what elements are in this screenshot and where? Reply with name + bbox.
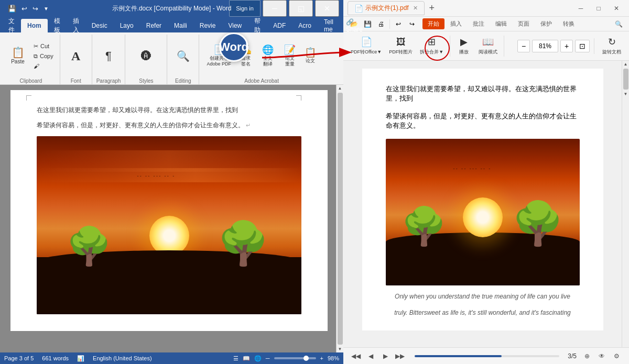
tab-more[interactable]: ⋯	[369, 19, 388, 32]
pdf-tab-close[interactable]: ✕	[413, 5, 418, 12]
pdf-tab-start[interactable]: 开始	[422, 18, 444, 29]
font-button[interactable]: A	[64, 48, 88, 64]
fit-page-button[interactable]: ⊡	[575, 40, 590, 52]
paper-weight-icon: 📝	[284, 45, 296, 54]
pdf-progress-bar[interactable]	[415, 355, 559, 357]
pdf-prev-page-button[interactable]: ◀	[364, 350, 377, 362]
pdf-scrollbar[interactable]: ▲ ▼	[622, 61, 629, 347]
tab-home[interactable]: Hom	[21, 19, 48, 32]
editing-group: 🔍 Editing	[167, 35, 199, 85]
paragraph-items: ¶	[97, 35, 120, 77]
pdf-scroll-area[interactable]: 在这里我们就更需要希望，却又难以寻得。在这充满恐惧的世界里，找到 希望谈何容易，…	[343, 61, 622, 347]
split-merge-button[interactable]: ⊞ 拆分合并▼	[417, 34, 447, 58]
pdf-add-page-button[interactable]: ⊕	[581, 350, 593, 362]
pdf-tab[interactable]: 📄 示例文件(1).pdf ✕	[348, 1, 425, 15]
separator	[389, 19, 390, 29]
zoom-level: 98%	[328, 355, 339, 361]
cut-button[interactable]: ✂ Cut	[31, 42, 56, 51]
pdf-maximize-button[interactable]: □	[590, 1, 607, 16]
pdf-scroll-thumb[interactable]	[623, 69, 628, 90]
zoom-in-btn[interactable]: +	[320, 355, 323, 361]
pdf-tab-protect[interactable]: 保护	[535, 18, 557, 29]
copy-button[interactable]: ⧉ Copy	[31, 52, 56, 61]
pdf-search-icon[interactable]: 🔍	[612, 18, 625, 30]
tab-mailings[interactable]: Maili	[168, 19, 193, 32]
pdf-last-page-button[interactable]: ▶▶	[394, 350, 406, 362]
pdf-close-button[interactable]: ✕	[608, 1, 625, 16]
read-mode-button[interactable]: 📖 阅读模式	[475, 34, 501, 58]
clipboard-label: Clipboard	[19, 77, 42, 85]
view-mode-normal[interactable]: ☰	[233, 355, 238, 362]
tab-file[interactable]: 文件	[2, 19, 21, 32]
save-icon[interactable]: 💾	[6, 4, 18, 14]
pdf-settings-button[interactable]: ⚙	[610, 350, 623, 362]
zoom-slider[interactable]	[274, 357, 316, 359]
tab-references[interactable]: Refer	[140, 19, 168, 32]
pdf-undo-icon[interactable]: ↩	[392, 18, 405, 30]
tab-template[interactable]: 模板	[48, 19, 67, 32]
editing-icon: 🔍	[177, 51, 190, 61]
pdf-titlebar: 📄 示例文件(1).pdf ✕ + ─ □ ✕	[343, 0, 629, 17]
tab-view[interactable]: View	[222, 19, 248, 32]
statusbar-right: ☰ 📖 🌐 ─ + 98%	[233, 355, 339, 362]
tab-help[interactable]: 帮助	[248, 19, 267, 32]
zoom-input[interactable]	[532, 40, 558, 52]
tab-adf[interactable]: ADF	[267, 19, 292, 32]
pdf-tab-convert[interactable]: 转换	[558, 18, 580, 29]
new-tab-button[interactable]: +	[425, 1, 439, 16]
pdf-scroll-down[interactable]: ▼	[623, 91, 629, 97]
pdf-tab-comment[interactable]: 批注	[468, 18, 490, 29]
zoom-out-button[interactable]: −	[517, 40, 530, 52]
tab-insert[interactable]: 插入	[67, 19, 85, 32]
pdf-tab-page[interactable]: 页面	[513, 18, 535, 29]
sign-in-button[interactable]: Sign in	[229, 0, 261, 17]
paper-weight-button[interactable]: 📝 论文重量	[279, 43, 300, 69]
tab-review[interactable]: Revie	[193, 19, 222, 32]
rotate-button[interactable]: ↻ 旋转文档	[599, 34, 625, 58]
vertical-scrollbar[interactable]: ▲ ▼	[336, 85, 343, 352]
paragraph-button[interactable]: ¶	[97, 48, 120, 64]
scroll-down-button[interactable]: ▼	[338, 346, 342, 352]
pdf-next-page-button[interactable]: ▶	[379, 350, 392, 362]
pdf-tab-insert[interactable]: 插入	[445, 18, 467, 29]
pdf-to-office-button[interactable]: 📄 PDF转Office▼	[348, 34, 385, 58]
word-titlebar: 💾 ↩ ↪ ▼ 示例文件.docx [Compatibility Mode] -…	[0, 0, 343, 17]
pdf-to-image-button[interactable]: 🖼 PDF转图片	[386, 35, 416, 58]
pdf-scroll-up[interactable]: ▲	[623, 61, 629, 68]
pdf-first-page-button[interactable]: ◀◀	[350, 350, 362, 362]
pdf-redo-icon[interactable]: ↪	[406, 18, 418, 30]
scroll-thumb[interactable]	[338, 93, 343, 345]
zoom-out-btn[interactable]: ─	[266, 355, 270, 361]
zoom-in-button[interactable]: +	[560, 40, 573, 52]
minimize-button[interactable]: ─	[263, 0, 287, 17]
tab-share[interactable]: 🔗 Share	[340, 19, 369, 32]
pdf-page-info: 3/5	[568, 352, 577, 360]
copy-icon: ⧉	[34, 53, 38, 60]
tab-acrobat[interactable]: Acro	[292, 19, 318, 32]
restore-button[interactable]: ◱	[289, 0, 313, 17]
word-window-controls: Sign in ─ ◱ ✕	[229, 0, 339, 17]
view-mode-read[interactable]: 📖	[243, 355, 250, 362]
view-mode-web[interactable]: 🌐	[254, 355, 262, 362]
tab-design[interactable]: Desic	[85, 19, 114, 32]
redo-icon[interactable]: ↪	[31, 4, 40, 14]
styles-button[interactable]: 🅐	[135, 49, 158, 63]
translate-icon: 🌐	[262, 45, 274, 54]
undo-icon[interactable]: ↩	[20, 4, 29, 14]
close-button[interactable]: ✕	[315, 0, 339, 17]
tab-search[interactable]: Tell me	[318, 19, 340, 32]
scroll-up-button[interactable]: ▲	[338, 85, 342, 92]
format-paint-button[interactable]: 🖌	[31, 62, 56, 70]
doc-text-1: 在这里我们就更需要希望，却又难以寻得。在这充满恐惧的世界里，找到	[37, 106, 301, 115]
paper-button[interactable]: 📋 论文	[301, 46, 320, 66]
play-button[interactable]: ▶ 播放	[453, 34, 474, 58]
tab-layout[interactable]: Layo	[114, 19, 140, 32]
dropdown-icon[interactable]: ▼	[42, 5, 50, 13]
pdf-minimize-button[interactable]: ─	[572, 1, 589, 16]
pdf-eye-button[interactable]: 👁	[595, 350, 608, 362]
paste-button[interactable]: 📋 Paste	[6, 45, 29, 67]
editing-button[interactable]: 🔍	[171, 49, 194, 63]
rotate-label: 旋转文档	[602, 49, 621, 56]
pdf-tab-edit[interactable]: 编辑	[490, 18, 512, 29]
translate-button[interactable]: 🌐 全文翻译	[257, 43, 278, 69]
